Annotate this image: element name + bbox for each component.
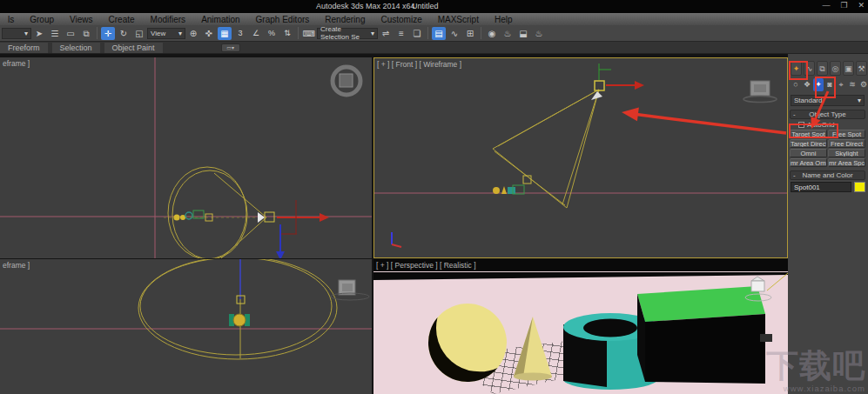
render-setup-icon[interactable]: ♨ <box>501 27 515 40</box>
helpers-category-icon[interactable]: ⌖ <box>836 78 846 91</box>
scene-objects-mini[interactable] <box>174 210 213 221</box>
collapse-icon[interactable]: - <box>793 110 796 118</box>
hierarchy-tab-icon[interactable]: ⧉ <box>817 61 828 76</box>
autogrid-checkbox[interactable] <box>798 122 804 128</box>
menu-help[interactable]: Help <box>487 15 521 24</box>
viewcube[interactable] <box>331 280 369 300</box>
move-gizmo[interactable] <box>276 200 329 258</box>
graphite-toggle-icon[interactable]: ▤ <box>432 27 446 40</box>
select-by-name-icon[interactable]: ☰ <box>48 27 62 40</box>
viewport-label[interactable]: eframe ] <box>3 59 30 68</box>
select-rotate-icon[interactable]: ↻ <box>117 27 131 40</box>
rectangular-region-icon[interactable]: ▭ <box>64 27 77 40</box>
object-name-field[interactable]: Spot001 <box>791 182 851 192</box>
command-panel-tabs: ✦ ∿ ⧉ ◎ ▣ ⚒ <box>791 61 867 76</box>
name-color-rollout-header[interactable]: - Name and Color <box>790 170 865 180</box>
mr-area-omni-button[interactable]: mr Area Omni <box>790 158 827 167</box>
viewport-canvas-perspective[interactable] <box>373 259 788 394</box>
selection-filter-dropdown[interactable]: ▾ <box>2 28 31 39</box>
target-spot-button[interactable]: Target Spot <box>790 130 827 138</box>
create-tab-icon[interactable]: ✦ <box>791 61 802 76</box>
rendered-frame-icon[interactable]: ⬓ <box>516 27 530 40</box>
tab-selection[interactable]: Selection <box>52 43 100 53</box>
angle-snap-icon[interactable]: ∠ <box>249 27 263 40</box>
lights-category-icon[interactable]: ✦ <box>813 78 824 91</box>
percent-snap-icon[interactable]: % <box>265 27 279 40</box>
tab-freeform[interactable]: Freeform <box>0 43 48 53</box>
layers-icon[interactable]: ❏ <box>410 27 424 40</box>
select-object-icon[interactable]: ➤ <box>32 27 46 40</box>
spotlight-cone-wireframe[interactable] <box>164 167 268 258</box>
schematic-view-icon[interactable]: ⊞ <box>463 27 477 40</box>
spotlight-source[interactable] <box>591 81 604 100</box>
menu-maxscript[interactable]: MAXScript <box>430 15 487 24</box>
tab-object-paint[interactable]: Object Paint <box>104 43 163 53</box>
viewcube[interactable] <box>333 67 360 95</box>
snap-3d-icon[interactable]: 3 <box>233 27 247 40</box>
menu-group[interactable]: Group <box>22 15 62 24</box>
cone-object[interactable] <box>514 317 552 381</box>
mirror-icon[interactable]: ⇌ <box>379 27 393 40</box>
viewport-top-left[interactable]: eframe ] <box>0 57 372 258</box>
display-tab-icon[interactable]: ▣ <box>843 61 854 76</box>
free-direct-button[interactable]: Free Direct <box>828 139 865 148</box>
modify-tab-icon[interactable]: ∿ <box>804 61 815 76</box>
viewport-label[interactable]: eframe ] <box>3 261 30 270</box>
curve-editor-icon[interactable]: ∿ <box>447 27 461 40</box>
omni-button[interactable]: Omni <box>790 149 827 157</box>
viewport-perspective[interactable]: [ + ] [ Perspective ] [ Realistic ] <box>373 259 788 394</box>
menu-rendering[interactable]: Rendering <box>317 15 373 24</box>
target-direct-button[interactable]: Target Direct <box>790 139 827 148</box>
minimize-button[interactable]: — <box>822 1 830 10</box>
skylight-button[interactable]: Skylight <box>828 149 865 157</box>
use-pivot-point-icon[interactable]: ⊕ <box>186 27 200 40</box>
utilities-tab-icon[interactable]: ⚒ <box>856 61 867 76</box>
menu-customize[interactable]: Customize <box>373 15 429 24</box>
object-color-swatch[interactable] <box>854 182 865 192</box>
maximize-button[interactable]: ❐ <box>840 1 847 10</box>
motion-tab-icon[interactable]: ◎ <box>830 61 841 76</box>
render-production-icon[interactable]: ♨ <box>532 27 546 40</box>
material-editor-icon[interactable]: ◉ <box>485 27 499 40</box>
scene-objects-mini[interactable] <box>229 314 250 326</box>
viewport-canvas-top-left[interactable] <box>0 57 372 258</box>
keyboard-override-icon[interactable]: ⌨ <box>302 27 316 40</box>
shapes-category-icon[interactable]: ❖ <box>802 78 812 91</box>
free-spot-button[interactable]: Free Spot <box>828 130 865 138</box>
select-move-icon[interactable]: ✛ <box>101 27 115 40</box>
viewcube[interactable] <box>744 81 777 103</box>
reference-coordinate-dropdown[interactable]: View ▾ <box>147 28 185 39</box>
viewport-label[interactable]: [ + ] [ Front ] [ Wireframe ] <box>377 60 461 69</box>
viewport-label[interactable]: [ + ] [ Perspective ] [ Realistic ] <box>376 261 476 270</box>
named-selection-dropdown[interactable]: Create Selection Se ▾ <box>317 28 378 39</box>
geometry-category-icon[interactable]: ○ <box>791 78 801 91</box>
align-icon[interactable]: ≡ <box>394 27 408 40</box>
viewport-front[interactable]: [ + ] [ Front ] [ Wireframe ] <box>373 57 788 258</box>
spinner-snap-icon[interactable]: ⇅ <box>280 27 294 40</box>
menu-animation[interactable]: Animation <box>193 15 247 24</box>
menu-tools[interactable]: ls <box>0 15 22 24</box>
menu-graph-editors[interactable]: Graph Editors <box>248 15 318 24</box>
light-type-dropdown[interactable]: Standard ▾ <box>791 95 865 106</box>
sphere-object[interactable] <box>428 304 507 382</box>
spotlight-cone-wireframe[interactable] <box>138 259 337 359</box>
menu-create[interactable]: Create <box>101 15 143 24</box>
viewport-bottom-left[interactable]: eframe ] <box>0 259 372 394</box>
object-type-rollout-header[interactable]: - Object Type <box>790 110 865 119</box>
close-button[interactable]: ✕ <box>858 1 865 10</box>
select-scale-icon[interactable]: ◱ <box>132 27 146 40</box>
viewport-canvas-front[interactable] <box>374 58 787 257</box>
select-manipulate-icon[interactable]: ✜ <box>202 27 216 40</box>
spacewarps-category-icon[interactable]: ≋ <box>847 78 858 91</box>
menu-views[interactable]: Views <box>62 15 101 24</box>
move-gizmo[interactable] <box>599 63 644 90</box>
collapse-icon[interactable]: - <box>793 171 796 179</box>
cameras-category-icon[interactable]: ◙ <box>824 78 835 91</box>
mr-area-spot-button[interactable]: mr Area Spot <box>828 158 865 167</box>
menu-modifiers[interactable]: Modifiers <box>143 15 194 24</box>
ribbon-minimize-icon[interactable]: ▭▾ <box>221 43 240 52</box>
window-crossing-icon[interactable]: ⧉ <box>79 27 93 40</box>
viewport-canvas-bottom-left[interactable] <box>0 259 372 394</box>
snap-toggle-icon[interactable]: ▦ <box>218 27 232 40</box>
systems-category-icon[interactable]: ⚙ <box>858 78 868 91</box>
